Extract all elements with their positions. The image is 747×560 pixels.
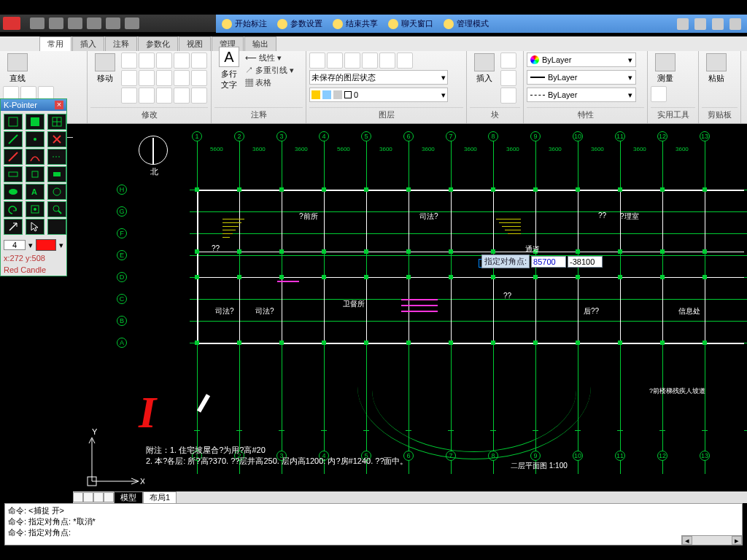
paste-button[interactable]: 粘贴 [702, 52, 731, 85]
offset-icon[interactable] [191, 70, 207, 86]
chat-window-button[interactable]: 聊天窗口 [388, 18, 433, 29]
save-icon[interactable] [68, 18, 82, 29]
tab-scroll-prev[interactable] [83, 492, 93, 502]
mirror-icon[interactable] [191, 52, 207, 69]
scale-icon[interactable] [139, 70, 155, 86]
admin-mode-button[interactable]: 管理模式 [444, 18, 489, 29]
stretch-icon[interactable] [121, 70, 137, 86]
pal-fillrect-icon[interactable] [47, 166, 66, 182]
tab-view[interactable]: 视图 [179, 36, 211, 51]
break-icon[interactable] [174, 88, 190, 104]
pal-pencil-icon[interactable] [4, 149, 23, 165]
layer-prop-icon[interactable] [309, 52, 325, 69]
table-button[interactable]: ▦ 表格 [245, 77, 294, 88]
explode-icon[interactable] [139, 88, 155, 104]
select-icon[interactable] [651, 86, 667, 102]
tab-output[interactable]: 输出 [244, 36, 276, 51]
start-annotate-button[interactable]: 开始标注 [222, 18, 267, 29]
tab-insert[interactable]: 插入 [72, 36, 104, 51]
rotate-icon[interactable] [139, 52, 155, 69]
tab-common[interactable]: 常用 [39, 36, 71, 51]
pal-arrow-icon[interactable] [4, 219, 23, 235]
layer-match-icon[interactable] [397, 52, 413, 69]
tab-scroll-last[interactable] [104, 492, 114, 502]
new-icon[interactable] [30, 18, 44, 29]
layer-current-dropdown[interactable]: 0▾ [309, 88, 448, 102]
size-dropdown-icon[interactable]: ▾ [28, 241, 33, 250]
pal-x-icon[interactable] [47, 131, 66, 147]
tab-annotate[interactable]: 注释 [105, 36, 137, 51]
redo-icon[interactable] [106, 18, 120, 29]
drawing-canvas[interactable]: 北 1122334455667788991010111112121313 HGF… [73, 124, 747, 503]
layer-off-icon[interactable] [379, 52, 395, 69]
create-block-icon[interactable] [500, 52, 516, 69]
tab-scroll-first[interactable] [73, 492, 83, 502]
copy-icon[interactable] [121, 52, 137, 69]
pal-square-icon[interactable] [26, 166, 44, 182]
linetype-dropdown[interactable]: ByLayer▾ [527, 88, 636, 102]
pal-window-icon[interactable] [4, 114, 23, 130]
end-share-button[interactable]: 结束共享 [333, 18, 378, 29]
pal-point-icon[interactable] [26, 131, 44, 147]
layer-freeze-icon[interactable] [344, 52, 360, 69]
pal-dash-icon[interactable] [47, 149, 66, 165]
color-dropdown[interactable]: ByLayer▾ [527, 52, 636, 67]
scroll-left-icon[interactable]: ◂ [682, 536, 692, 545]
pal-ellipse-icon[interactable] [4, 184, 23, 200]
color-dropdown-icon[interactable]: ▾ [59, 241, 63, 250]
key-icon[interactable] [694, 18, 706, 30]
pal-cursor-icon[interactable] [26, 219, 44, 235]
pal-zoom-icon[interactable] [47, 201, 66, 217]
minimize-icon[interactable] [729, 18, 741, 30]
pal-circle-icon[interactable] [47, 184, 66, 200]
color-swatch-red[interactable] [36, 239, 56, 251]
cmd-hscroll[interactable]: ◂▸ [681, 535, 743, 545]
undo-icon[interactable] [87, 18, 101, 29]
param-settings-button[interactable]: 参数设置 [277, 18, 322, 29]
join-icon[interactable] [191, 88, 207, 104]
layer-lock-icon[interactable] [362, 52, 378, 69]
pal-text-icon[interactable]: A [26, 184, 44, 200]
tab-parametric[interactable]: 参数化 [138, 36, 178, 51]
palette-titlebar[interactable]: K-Pointer× [1, 99, 66, 111]
layer-iso-icon[interactable] [327, 52, 343, 69]
app-logo[interactable] [3, 17, 20, 30]
pal-blank-icon[interactable] [47, 219, 66, 235]
prompt-x-input[interactable]: 85700 [531, 256, 566, 268]
tab-scroll-next[interactable] [93, 492, 104, 502]
mleader-button[interactable]: ↗ 多重引线 ▾ [245, 65, 294, 76]
chamfer-icon[interactable] [156, 88, 172, 104]
pal-target-icon[interactable] [26, 201, 44, 217]
line-button[interactable]: 直线 [3, 52, 32, 85]
trim-icon[interactable] [156, 52, 172, 69]
measure-button[interactable]: 测量 [651, 52, 680, 85]
mtext-button[interactable]: A多行 文字 [214, 52, 244, 85]
insert-block-button[interactable]: 插入 [470, 52, 499, 85]
command-line[interactable]: 命令: <捕捉 开> 命令: 指定对角点: *取消* 命令: 指定对角点: [4, 503, 743, 545]
layout1-tab[interactable]: 布局1 [143, 491, 177, 504]
pal-curve-icon[interactable] [26, 149, 44, 165]
erase-icon[interactable] [121, 88, 137, 104]
pal-grid-icon[interactable] [47, 114, 66, 130]
layer-state-dropdown[interactable]: 未保存的图层状态▾ [309, 70, 448, 85]
open-icon[interactable] [49, 18, 63, 29]
fillet-icon[interactable] [174, 70, 190, 86]
attr-icon[interactable] [500, 88, 516, 104]
model-tab[interactable]: 模型 [114, 491, 143, 504]
move-button[interactable]: 移动 [90, 52, 120, 85]
scroll-right-icon[interactable]: ▸ [732, 536, 742, 545]
pointer-palette[interactable]: K-Pointer× A 4▾ ▾ x:272 y:508 Red Candle [0, 98, 67, 276]
pal-save-icon[interactable] [26, 114, 44, 130]
pal-rect-icon[interactable] [4, 166, 23, 182]
linear-dim-button[interactable]: ⟵ 线性 ▾ [245, 52, 294, 63]
help-icon[interactable] [712, 18, 724, 30]
extend-icon[interactable] [174, 52, 190, 69]
lineweight-dropdown[interactable]: ByLayer▾ [527, 70, 636, 85]
close-icon[interactable]: × [55, 101, 63, 109]
pal-undo-icon[interactable] [4, 201, 23, 217]
print-icon[interactable] [125, 18, 139, 29]
array-icon[interactable] [156, 70, 172, 86]
size-input[interactable]: 4 [4, 240, 26, 250]
search-icon[interactable] [677, 18, 689, 30]
pal-line-icon[interactable] [4, 131, 23, 147]
